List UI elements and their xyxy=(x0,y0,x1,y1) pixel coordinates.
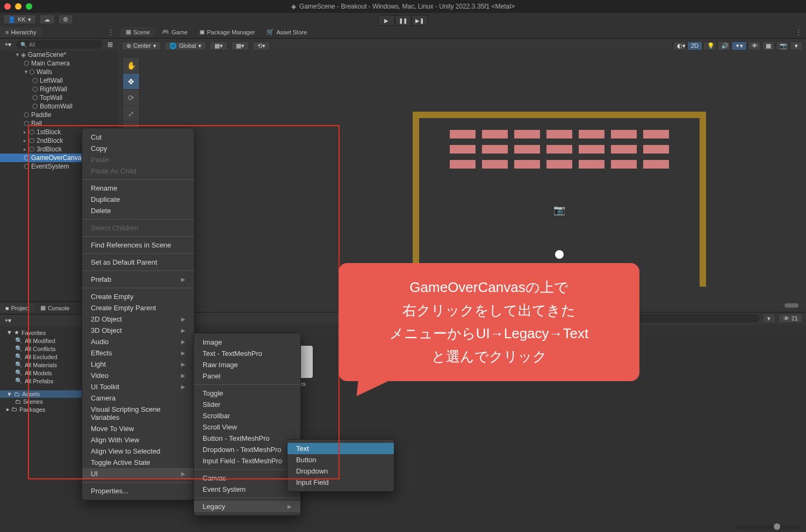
ctx-copy[interactable]: Copy xyxy=(82,143,194,154)
hidden-toggle[interactable]: 👁 xyxy=(748,41,761,50)
ctx-rename[interactable]: Rename xyxy=(82,183,194,194)
ctx-audio[interactable]: Audio▶ xyxy=(82,336,194,347)
game-tab[interactable]: 🎮Game xyxy=(156,27,193,37)
ctx-ui-scrollbar[interactable]: Scrollbar xyxy=(194,410,300,421)
move-tool[interactable]: ✥ xyxy=(123,74,139,90)
ctx-ui-dropdown-tmp[interactable]: Dropdown - TextMeshPro xyxy=(194,444,300,455)
ctx-legacy-dropdown[interactable]: Dropdown xyxy=(287,465,394,477)
hierarchy-item-topwall[interactable]: ⬡TopWall xyxy=(0,93,118,102)
hierarchy-item-ball[interactable]: ⬡Ball xyxy=(0,119,118,128)
ctx-ui-button-tmp[interactable]: Button - TextMeshPro xyxy=(194,433,300,444)
game-frame: 📷 xyxy=(413,112,706,287)
ctx-legacy-text[interactable]: Text xyxy=(287,443,394,454)
lighting-toggle[interactable]: 💡 xyxy=(703,41,716,50)
viewport-scroll-thumb[interactable] xyxy=(785,303,798,308)
ctx-cut[interactable]: Cut xyxy=(82,132,194,143)
audio-toggle[interactable]: 🔊 xyxy=(717,41,730,50)
panel-menu-icon[interactable]: ⋮ xyxy=(103,28,118,36)
project-tab[interactable]: ■ Project xyxy=(0,303,35,313)
project-add-button[interactable]: +▾ xyxy=(2,317,14,324)
rotate-tool[interactable]: ⟳ xyxy=(123,90,139,106)
ctx-vssv[interactable]: Visual Scripting Scene Variables xyxy=(82,404,194,423)
ctx-ui-event-system[interactable]: Event System xyxy=(194,484,300,495)
ctx-properties[interactable]: Properties... xyxy=(82,485,194,497)
hierarchy-item-rightwall[interactable]: ⬡RightWall xyxy=(0,85,118,93)
console-tab[interactable]: ▦ Console xyxy=(35,303,75,313)
package-manager-tab[interactable]: ▣Package Manager xyxy=(194,27,260,37)
ctx-ui-canvas[interactable]: Canvas xyxy=(194,472,300,484)
ctx-ui-image[interactable]: Image xyxy=(194,337,300,348)
ctx-ui-legacy[interactable]: Legacy▶ xyxy=(194,501,300,512)
pivot-dropdown[interactable]: ⊕ Center ▾ xyxy=(121,41,161,50)
hierarchy-item-paddle[interactable]: ⬡Paddle xyxy=(0,111,118,119)
hierarchy-item-bottomwall[interactable]: ⬡BottomWall xyxy=(0,102,118,111)
ctx-3d-object[interactable]: 3D Object▶ xyxy=(82,325,194,336)
ctx-ui[interactable]: UI▶ xyxy=(82,468,194,479)
snap3-button[interactable]: ⟲▾ xyxy=(253,41,270,50)
ctx-2d-object[interactable]: 2D Object▶ xyxy=(82,314,194,325)
filter-button[interactable]: ▾ xyxy=(762,314,775,323)
ctx-set-default-parent[interactable]: Set as Default Parent xyxy=(82,257,194,268)
play-button[interactable]: ▶ xyxy=(378,15,394,26)
2d-toggle[interactable]: 2D xyxy=(687,41,702,50)
gizmo-dropdown[interactable]: ▾ xyxy=(790,41,803,50)
cloud-button[interactable]: ☁ xyxy=(39,14,55,24)
icon-size-slider-track[interactable] xyxy=(735,526,800,529)
ctx-ui-panel[interactable]: Panel xyxy=(194,370,300,382)
asset-store-tab[interactable]: 🛒Asset Store xyxy=(261,27,312,37)
hierarchy-search-input[interactable]: 🔍All xyxy=(16,40,102,49)
ctx-ui-toolkit[interactable]: UI Toolkit▶ xyxy=(82,381,194,392)
ctx-find-refs[interactable]: Find References in Scene xyxy=(82,239,194,251)
shading-dropdown[interactable]: ◐▾ xyxy=(673,41,686,50)
hierarchy-item-leftwall[interactable]: ⬡LeftWall xyxy=(0,76,118,85)
scale-tool[interactable]: ⤢ xyxy=(123,106,139,122)
ctx-select-children: Select Children xyxy=(82,222,194,234)
ctx-legacy-button[interactable]: Button xyxy=(287,454,394,465)
ctx-align-view-to-selected[interactable]: Align View to Selected xyxy=(82,446,194,457)
ctx-effects[interactable]: Effects▶ xyxy=(82,347,194,359)
ctx-align-with-view[interactable]: Align With View xyxy=(82,434,194,446)
ctx-toggle-active[interactable]: Toggle Active State xyxy=(82,457,194,468)
pause-button[interactable]: ❚❚ xyxy=(395,15,411,26)
hierarchy-tab[interactable]: ≡Hierarchy xyxy=(0,27,42,37)
step-button[interactable]: ▶❚ xyxy=(412,15,428,26)
hand-tool[interactable]: ✋ xyxy=(123,57,139,74)
ctx-ui-slider[interactable]: Slider xyxy=(194,399,300,410)
ctx-create-empty-parent[interactable]: Create Empty Parent xyxy=(82,302,194,314)
ctx-legacy-input-field[interactable]: Input Field xyxy=(287,477,394,488)
window-minimize-icon[interactable] xyxy=(15,3,21,10)
hierarchy-add-button[interactable]: +▾ xyxy=(2,41,14,48)
window-zoom-icon[interactable] xyxy=(26,3,32,10)
scene-root[interactable]: ▼◈GameScene* xyxy=(0,50,118,59)
settings-button[interactable]: ⚙ xyxy=(58,14,73,24)
camera-button[interactable]: 📷 xyxy=(776,41,789,50)
grid-button[interactable]: ▦ xyxy=(762,41,775,50)
ctx-move-to-view[interactable]: Move To View xyxy=(82,423,194,434)
ctx-create-empty[interactable]: Create Empty xyxy=(82,291,194,302)
panel-menu-icon[interactable]: ⋮ xyxy=(791,28,806,36)
hierarchy-item-walls[interactable]: ▼⬡Walls xyxy=(0,68,118,76)
fx-dropdown[interactable]: ✦▾ xyxy=(731,41,747,50)
snap-button[interactable]: ▦▾ xyxy=(210,41,228,50)
ctx-delete[interactable]: Delete xyxy=(82,205,194,216)
ctx-video[interactable]: Video▶ xyxy=(82,370,194,381)
scene-tab[interactable]: ▦Scene xyxy=(120,27,155,37)
ctx-prefab[interactable]: Prefab▶ xyxy=(82,274,194,285)
window-close-icon[interactable] xyxy=(4,3,11,10)
hierarchy-item-main-camera[interactable]: ⬡Main Camera xyxy=(0,59,118,68)
ctx-ui-input-tmp[interactable]: Input Field - TextMeshPro xyxy=(194,455,300,467)
ctx-ui-text-tmp[interactable]: Text - TextMeshPro xyxy=(194,348,300,359)
asset-search-input[interactable]: 🔍 xyxy=(620,314,759,323)
ctx-duplicate[interactable]: Duplicate xyxy=(82,194,194,205)
account-dropdown[interactable]: 👤 KK ▾ xyxy=(3,14,36,24)
ctx-camera[interactable]: Camera xyxy=(82,392,194,404)
ctx-ui-raw-image[interactable]: Raw Image xyxy=(194,359,300,370)
hidden-count-badge[interactable]: 👁 21 xyxy=(779,314,803,323)
ctx-ui-toggle[interactable]: Toggle xyxy=(194,388,300,399)
ctx-light[interactable]: Light▶ xyxy=(82,359,194,370)
hierarchy-filter-icon[interactable]: ⊞ xyxy=(104,41,116,48)
space-dropdown[interactable]: 🌐 Global ▾ xyxy=(164,41,206,50)
snap2-button[interactable]: ▦▾ xyxy=(231,41,249,50)
ctx-ui-scroll-view[interactable]: Scroll View xyxy=(194,421,300,433)
icon-size-slider-thumb[interactable] xyxy=(774,523,780,530)
